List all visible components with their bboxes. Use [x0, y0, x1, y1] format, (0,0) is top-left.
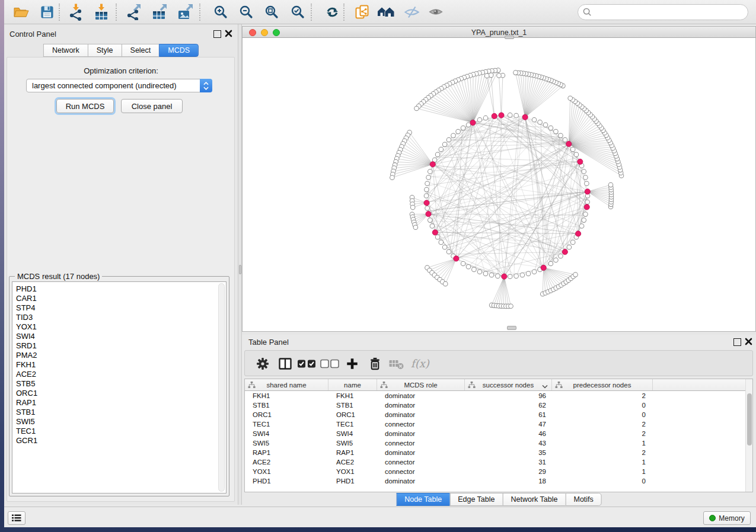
control-panel-tab[interactable]: Network — [43, 44, 88, 57]
delete-table-button[interactable] — [386, 354, 406, 374]
cell-name[interactable]: TEC1 — [328, 419, 377, 429]
export-image-button[interactable] — [174, 2, 197, 22]
cell-shared-name[interactable]: FKH1 — [245, 391, 328, 400]
cell-mcds-role[interactable]: dominator — [377, 476, 465, 486]
cell-successor-nodes[interactable]: 47 — [465, 419, 552, 429]
show-columns-button[interactable] — [275, 354, 295, 374]
mcds-result-item[interactable]: YOX1 — [12, 322, 226, 332]
zoom-selected-button[interactable] — [286, 2, 309, 22]
cell-predecessor-nodes[interactable]: 0 — [552, 410, 653, 419]
table-tab[interactable]: Motifs — [565, 493, 601, 506]
function-builder-button[interactable]: f(x) — [409, 354, 433, 374]
mcds-result-item[interactable]: PHD1 — [12, 284, 226, 294]
table-tab[interactable]: Network Table — [503, 493, 566, 506]
close-table-panel-button[interactable] — [744, 338, 752, 346]
cell-successor-nodes[interactable]: 43 — [465, 438, 552, 448]
add-column-button[interactable] — [342, 354, 362, 374]
control-panel-tab[interactable]: Style — [88, 44, 122, 57]
save-session-button[interactable] — [36, 2, 58, 22]
vertical-splitter[interactable] — [238, 24, 242, 505]
cell-successor-nodes[interactable]: 29 — [465, 467, 552, 476]
cell-mcds-role[interactable]: connector — [377, 467, 465, 476]
mcds-result-item[interactable]: TID3 — [12, 313, 226, 322]
cell-shared-name[interactable]: SWI4 — [245, 429, 328, 438]
cell-mcds-role[interactable]: dominator — [377, 410, 465, 419]
cell-mcds-role[interactable]: dominator — [377, 400, 465, 410]
select-all-rows-button[interactable] — [296, 354, 317, 374]
cell-successor-nodes[interactable]: 61 — [465, 410, 552, 419]
table-settings-button[interactable] — [253, 354, 273, 374]
cell-predecessor-nodes[interactable]: 2 — [552, 429, 653, 438]
table-scrollbar[interactable] — [745, 379, 752, 492]
search-field[interactable] — [578, 4, 748, 20]
cell-predecessor-nodes[interactable]: 1 — [552, 457, 653, 467]
cell-mcds-role[interactable]: dominator — [377, 448, 465, 457]
mcds-result-item[interactable]: GCR1 — [12, 436, 226, 446]
mcds-result-item[interactable]: STB5 — [12, 379, 226, 389]
cell-successor-nodes[interactable]: 35 — [465, 448, 552, 457]
cell-successor-nodes[interactable]: 62 — [465, 400, 552, 410]
cell-shared-name[interactable]: PHD1 — [245, 476, 328, 486]
column-header[interactable]: shared name — [245, 379, 328, 390]
zoom-out-button[interactable] — [235, 2, 257, 22]
cell-name[interactable]: FKH1 — [328, 391, 377, 400]
splitter-grip[interactable] — [239, 265, 241, 274]
cell-mcds-role[interactable]: dominator — [377, 429, 465, 438]
mcds-result-item[interactable]: ORC1 — [12, 389, 226, 398]
cell-shared-name[interactable]: SWI5 — [245, 438, 328, 448]
control-panel-tab[interactable]: Select — [122, 44, 160, 57]
float-panel-button[interactable] — [213, 30, 221, 38]
zoom-fit-button[interactable] — [260, 2, 283, 22]
cell-predecessor-nodes[interactable]: 2 — [552, 448, 653, 457]
import-table-button[interactable] — [90, 2, 113, 22]
cell-shared-name[interactable]: ORC1 — [245, 410, 328, 419]
import-network-button[interactable] — [65, 2, 87, 22]
network-canvas[interactable] — [242, 38, 756, 332]
mcds-list-scrollbar[interactable] — [218, 283, 225, 492]
cell-mcds-role[interactable]: connector — [377, 419, 465, 429]
export-table-button[interactable] — [148, 2, 171, 22]
criterion-select[interactable]: largest connected component (undirected) — [26, 79, 212, 92]
export-network-button[interactable] — [122, 2, 145, 22]
float-table-panel-button[interactable] — [733, 338, 741, 346]
cell-name[interactable]: ACE2 — [328, 457, 377, 467]
column-header[interactable]: predecessor nodes — [552, 379, 653, 390]
mcds-result-item[interactable]: SRD1 — [12, 341, 226, 351]
cell-mcds-role[interactable]: dominator — [377, 391, 465, 400]
splitter-grip[interactable] — [507, 326, 516, 330]
mcds-result-item[interactable]: FKH1 — [12, 360, 226, 370]
mcds-result-item[interactable]: RAP1 — [12, 398, 226, 408]
cell-predecessor-nodes[interactable]: 0 — [552, 476, 653, 486]
cell-predecessor-nodes[interactable]: 1 — [552, 467, 653, 476]
cell-shared-name[interactable]: TEC1 — [245, 419, 328, 429]
mcds-result-item[interactable]: SWI4 — [12, 332, 226, 341]
open-file-button[interactable] — [10, 2, 33, 22]
cell-predecessor-nodes[interactable]: 0 — [552, 400, 653, 410]
close-panel-button[interactable] — [224, 30, 232, 38]
cell-successor-nodes[interactable]: 96 — [465, 391, 552, 400]
cell-mcds-role[interactable]: connector — [377, 457, 465, 467]
hide-selected-button[interactable] — [400, 2, 423, 22]
cell-name[interactable]: RAP1 — [328, 448, 377, 457]
splitter-grip[interactable] — [505, 36, 514, 39]
control-panel-tab[interactable]: MCDS — [159, 44, 199, 57]
column-header[interactable]: MCDS role — [377, 379, 465, 390]
cell-shared-name[interactable]: RAP1 — [245, 448, 328, 457]
delete-column-button[interactable] — [365, 354, 385, 374]
cell-shared-name[interactable]: YOX1 — [245, 467, 328, 476]
cell-name[interactable]: SWI4 — [328, 429, 377, 438]
table-tab[interactable]: Node Table — [396, 493, 449, 506]
table-tab[interactable]: Edge Table — [449, 493, 502, 506]
cell-predecessor-nodes[interactable]: 2 — [552, 419, 653, 429]
zoom-in-button[interactable] — [209, 2, 232, 22]
mcds-result-item[interactable]: PMA2 — [12, 351, 226, 360]
cell-name[interactable]: YOX1 — [328, 467, 377, 476]
table-scrollbar-thumb[interactable] — [747, 393, 752, 446]
mcds-result-item[interactable]: ACE2 — [12, 370, 226, 379]
refresh-view-button[interactable] — [321, 2, 343, 22]
search-input[interactable] — [595, 8, 748, 17]
memory-button[interactable]: Memory — [703, 511, 751, 525]
run-mcds-button[interactable]: Run MCDS — [56, 99, 114, 113]
cell-name[interactable]: PHD1 — [328, 476, 377, 486]
cell-successor-nodes[interactable]: 46 — [465, 429, 552, 438]
